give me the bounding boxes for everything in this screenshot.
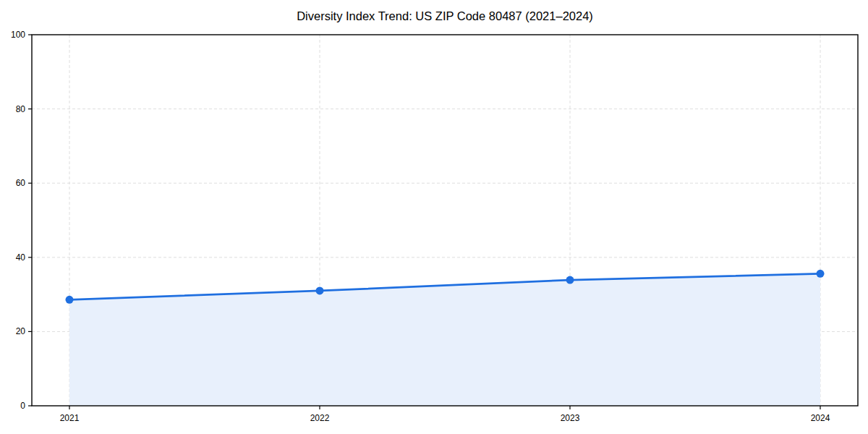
- y-tick-label: 100: [11, 30, 25, 40]
- y-tick-label: 20: [16, 326, 26, 336]
- x-tick-label: 2023: [561, 413, 580, 423]
- chart-title: Diversity Index Trend: US ZIP Code 80487…: [32, 9, 858, 23]
- y-tick-label: 80: [16, 104, 26, 114]
- diversity-index-chart: Diversity Index Trend: US ZIP Code 80487…: [0, 0, 868, 434]
- data-point-marker: [566, 276, 574, 284]
- x-tick-label: 2022: [310, 413, 330, 423]
- line-chart-canvas: 0204060801002021202220232024: [0, 0, 868, 434]
- series-area-fill: [69, 273, 820, 406]
- y-tick-label: 40: [16, 252, 26, 263]
- y-tick-label: 60: [16, 178, 26, 188]
- x-tick-label: 2021: [60, 413, 80, 423]
- y-tick-label: 0: [20, 401, 25, 411]
- data-point-marker: [316, 286, 324, 294]
- data-point-marker: [817, 270, 825, 278]
- x-tick-label: 2024: [811, 413, 830, 423]
- data-point-marker: [66, 296, 74, 304]
